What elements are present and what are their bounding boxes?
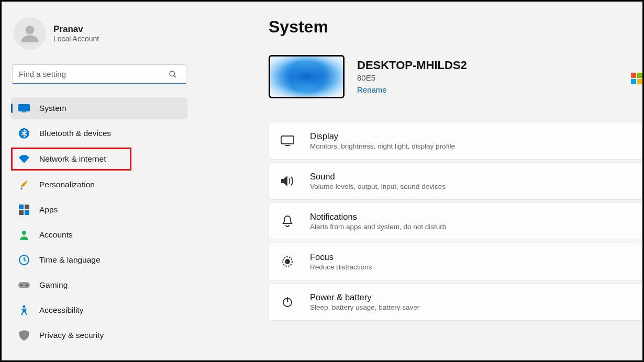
brush-icon [18, 179, 30, 190]
card-subtitle: Monitors, brightness, night light, displ… [310, 142, 455, 150]
gamepad-icon [18, 279, 30, 291]
page-title: System [269, 17, 642, 37]
svg-rect-4 [22, 111, 26, 112]
nav-accessibility[interactable]: Accessibility [11, 299, 187, 321]
nav-label: Network & internet [39, 154, 106, 164]
nav-label: Time & language [39, 255, 101, 265]
power-icon [281, 295, 294, 309]
svg-point-1 [170, 71, 174, 76]
system-card-list: Display Monitors, brightness, night ligh… [269, 122, 642, 321]
avatar [14, 17, 46, 50]
nav-personalization[interactable]: Personalization [11, 174, 187, 196]
system-icon [18, 103, 30, 114]
svg-rect-7 [25, 205, 29, 209]
nav-label: Privacy & security [39, 331, 104, 340]
svg-line-2 [174, 75, 176, 77]
card-title: Power & battery [310, 292, 419, 302]
svg-rect-12 [18, 282, 30, 288]
svg-point-15 [23, 306, 26, 308]
card-display[interactable]: Display Monitors, brightness, night ligh… [269, 122, 642, 160]
person-icon [18, 229, 30, 241]
card-subtitle: Reduce distractions [310, 263, 372, 271]
svg-rect-16 [281, 136, 294, 144]
card-focus[interactable]: Focus Reduce distractions [269, 243, 642, 280]
device-name: DESKTOP-MHILDS2 [357, 59, 467, 72]
nav-accounts[interactable]: Accounts [11, 224, 187, 246]
nav-label: Accessibility [39, 306, 83, 315]
svg-point-14 [26, 284, 28, 286]
sound-icon [281, 174, 294, 188]
svg-rect-8 [19, 210, 24, 215]
card-title: Sound [310, 172, 446, 182]
device-thumbnail [269, 55, 345, 98]
card-subtitle: Alerts from apps and system, do not dist… [310, 223, 446, 231]
nav-label: System [39, 104, 66, 113]
nav-privacy[interactable]: Privacy & security [11, 324, 187, 346]
nav-system[interactable]: System [11, 97, 187, 119]
nav-label: Apps [39, 205, 58, 214]
sidebar: Pranav Local Account System Bluetooth & … [2, 2, 195, 360]
nav-label: Gaming [39, 280, 68, 290]
bell-icon [281, 214, 294, 228]
clock-icon [18, 254, 30, 266]
device-info: DESKTOP-MHILDS2 80E5 Rename [269, 55, 642, 98]
search-icon [169, 70, 177, 78]
user-profile[interactable]: Pranav Local Account [11, 17, 187, 50]
svg-point-13 [20, 284, 23, 286]
card-title: Focus [310, 252, 372, 262]
card-subtitle: Sleep, battery usage, battery saver [310, 303, 419, 311]
microsoft-tiles-icon[interactable] [631, 73, 642, 84]
card-power[interactable]: Power & battery Sleep, battery usage, ba… [269, 283, 642, 321]
nav-gaming[interactable]: Gaming [11, 274, 187, 296]
nav-network[interactable]: Network & internet [11, 148, 131, 171]
shield-icon [18, 330, 30, 341]
svg-rect-9 [25, 210, 29, 215]
svg-rect-3 [18, 104, 30, 111]
profile-subtitle: Local Account [53, 35, 99, 43]
card-title: Notifications [310, 212, 446, 222]
nav-label: Bluetooth & devices [39, 129, 111, 138]
card-sound[interactable]: Sound Volume levels, output, input, soun… [269, 162, 642, 200]
svg-point-19 [285, 259, 290, 264]
wifi-icon [18, 153, 30, 165]
search-input[interactable] [12, 64, 186, 84]
card-subtitle: Volume levels, output, input, sound devi… [310, 183, 446, 190]
svg-point-10 [22, 231, 26, 235]
nav-bluetooth[interactable]: Bluetooth & devices [11, 122, 187, 144]
bluetooth-icon [18, 128, 30, 139]
rename-link[interactable]: Rename [357, 85, 387, 94]
focus-icon [281, 255, 294, 268]
nav-apps[interactable]: Apps [11, 199, 187, 221]
svg-rect-6 [19, 205, 24, 209]
svg-point-0 [26, 26, 35, 35]
device-model: 80E5 [357, 73, 467, 82]
nav-time[interactable]: Time & language [11, 249, 187, 271]
card-notifications[interactable]: Notifications Alerts from apps and syste… [269, 202, 642, 240]
profile-name: Pranav [53, 24, 99, 35]
card-title: Display [310, 131, 455, 141]
display-icon [281, 134, 294, 148]
nav-list: System Bluetooth & devices Network & int… [11, 97, 187, 346]
main-content: System DESKTOP-MHILDS2 80E5 Rename Displ… [195, 2, 642, 360]
apps-icon [18, 204, 30, 216]
accessibility-icon [18, 304, 30, 316]
nav-label: Accounts [39, 230, 73, 240]
search-wrap [11, 64, 187, 84]
nav-label: Personalization [39, 180, 95, 189]
